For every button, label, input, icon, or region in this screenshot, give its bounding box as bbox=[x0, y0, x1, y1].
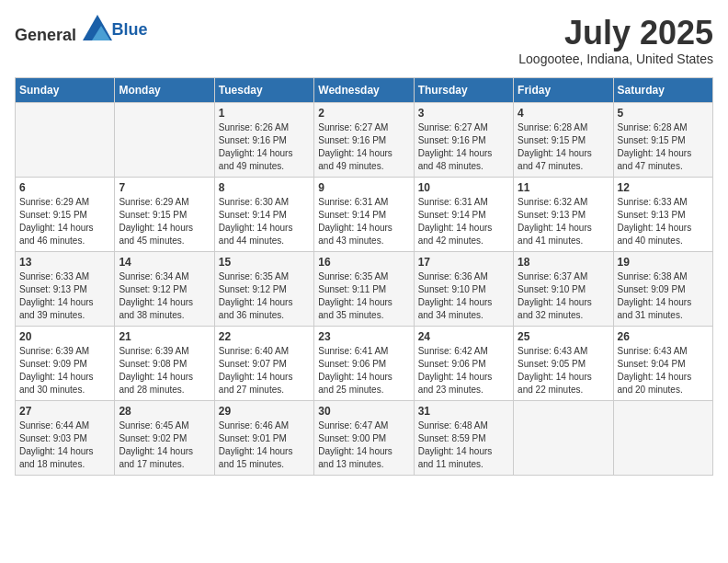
calendar-cell: 18Sunrise: 6:37 AM Sunset: 9:10 PM Dayli… bbox=[514, 251, 613, 326]
calendar-cell: 24Sunrise: 6:42 AM Sunset: 9:06 PM Dayli… bbox=[414, 326, 513, 400]
day-number: 21 bbox=[119, 330, 210, 343]
calendar-body: 1Sunrise: 6:26 AM Sunset: 9:16 PM Daylig… bbox=[16, 102, 713, 475]
day-number: 31 bbox=[418, 405, 509, 418]
calendar-cell: 16Sunrise: 6:35 AM Sunset: 9:11 PM Dayli… bbox=[314, 251, 414, 326]
day-number: 10 bbox=[418, 181, 509, 194]
calendar-cell: 10Sunrise: 6:31 AM Sunset: 9:14 PM Dayli… bbox=[414, 177, 513, 251]
calendar-cell: 2Sunrise: 6:27 AM Sunset: 9:16 PM Daylig… bbox=[314, 102, 414, 177]
weekday-header: Saturday bbox=[613, 77, 712, 102]
day-number: 13 bbox=[19, 256, 110, 269]
day-number: 23 bbox=[318, 330, 409, 343]
day-detail: Sunrise: 6:29 AM Sunset: 9:15 PM Dayligh… bbox=[19, 196, 110, 247]
day-number: 22 bbox=[219, 330, 310, 343]
day-detail: Sunrise: 6:30 AM Sunset: 9:14 PM Dayligh… bbox=[219, 196, 310, 247]
calendar-header-row: SundayMondayTuesdayWednesdayThursdayFrid… bbox=[16, 77, 713, 102]
day-detail: Sunrise: 6:43 AM Sunset: 9:04 PM Dayligh… bbox=[618, 345, 709, 396]
calendar-cell bbox=[514, 400, 613, 475]
day-detail: Sunrise: 6:44 AM Sunset: 9:03 PM Dayligh… bbox=[19, 419, 110, 471]
calendar-cell: 28Sunrise: 6:45 AM Sunset: 9:02 PM Dayli… bbox=[115, 400, 214, 475]
day-detail: Sunrise: 6:46 AM Sunset: 9:01 PM Dayligh… bbox=[219, 419, 310, 471]
calendar-cell: 4Sunrise: 6:28 AM Sunset: 9:15 PM Daylig… bbox=[514, 102, 613, 177]
calendar-cell: 17Sunrise: 6:36 AM Sunset: 9:10 PM Dayli… bbox=[414, 251, 513, 326]
day-number: 25 bbox=[518, 330, 609, 343]
day-number: 9 bbox=[318, 181, 409, 194]
calendar-cell: 6Sunrise: 6:29 AM Sunset: 9:15 PM Daylig… bbox=[16, 177, 115, 251]
day-detail: Sunrise: 6:34 AM Sunset: 9:12 PM Dayligh… bbox=[119, 270, 210, 322]
day-detail: Sunrise: 6:32 AM Sunset: 9:13 PM Dayligh… bbox=[518, 196, 609, 247]
calendar-cell: 12Sunrise: 6:33 AM Sunset: 9:13 PM Dayli… bbox=[613, 177, 712, 251]
calendar-cell: 9Sunrise: 6:31 AM Sunset: 9:14 PM Daylig… bbox=[314, 177, 414, 251]
day-number: 29 bbox=[219, 405, 310, 418]
calendar-cell: 5Sunrise: 6:28 AM Sunset: 9:15 PM Daylig… bbox=[613, 102, 712, 177]
day-detail: Sunrise: 6:45 AM Sunset: 9:02 PM Dayligh… bbox=[119, 419, 210, 471]
logo-blue: Blue bbox=[112, 20, 148, 39]
calendar-cell: 29Sunrise: 6:46 AM Sunset: 9:01 PM Dayli… bbox=[214, 400, 313, 475]
day-number: 30 bbox=[318, 405, 409, 418]
calendar-week-row: 1Sunrise: 6:26 AM Sunset: 9:16 PM Daylig… bbox=[16, 102, 713, 177]
calendar-cell: 14Sunrise: 6:34 AM Sunset: 9:12 PM Dayli… bbox=[115, 251, 214, 326]
day-number: 3 bbox=[418, 107, 509, 120]
day-number: 16 bbox=[318, 256, 409, 269]
weekday-header: Sunday bbox=[16, 77, 115, 102]
calendar-cell: 11Sunrise: 6:32 AM Sunset: 9:13 PM Dayli… bbox=[514, 177, 613, 251]
day-detail: Sunrise: 6:35 AM Sunset: 9:11 PM Dayligh… bbox=[318, 270, 409, 322]
day-number: 27 bbox=[19, 405, 110, 418]
calendar-cell: 25Sunrise: 6:43 AM Sunset: 9:05 PM Dayli… bbox=[514, 326, 613, 400]
day-number: 20 bbox=[19, 330, 110, 343]
logo-general: General bbox=[15, 26, 76, 44]
day-detail: Sunrise: 6:31 AM Sunset: 9:14 PM Dayligh… bbox=[418, 196, 509, 247]
day-number: 8 bbox=[219, 181, 310, 194]
day-number: 2 bbox=[318, 107, 409, 120]
day-number: 12 bbox=[618, 181, 709, 194]
calendar-cell: 1Sunrise: 6:26 AM Sunset: 9:16 PM Daylig… bbox=[214, 102, 313, 177]
calendar-cell: 3Sunrise: 6:27 AM Sunset: 9:16 PM Daylig… bbox=[414, 102, 513, 177]
day-detail: Sunrise: 6:26 AM Sunset: 9:16 PM Dayligh… bbox=[219, 121, 310, 173]
day-detail: Sunrise: 6:27 AM Sunset: 9:16 PM Dayligh… bbox=[318, 121, 409, 173]
day-number: 14 bbox=[119, 256, 210, 269]
day-detail: Sunrise: 6:27 AM Sunset: 9:16 PM Dayligh… bbox=[418, 121, 509, 173]
weekday-header: Wednesday bbox=[314, 77, 414, 102]
day-detail: Sunrise: 6:47 AM Sunset: 9:00 PM Dayligh… bbox=[318, 419, 409, 471]
logo-icon bbox=[83, 15, 112, 40]
calendar-cell: 7Sunrise: 6:29 AM Sunset: 9:15 PM Daylig… bbox=[115, 177, 214, 251]
day-number: 5 bbox=[618, 107, 709, 120]
calendar-week-row: 27Sunrise: 6:44 AM Sunset: 9:03 PM Dayli… bbox=[16, 400, 713, 475]
calendar-cell: 8Sunrise: 6:30 AM Sunset: 9:14 PM Daylig… bbox=[214, 177, 313, 251]
day-detail: Sunrise: 6:38 AM Sunset: 9:09 PM Dayligh… bbox=[618, 270, 709, 322]
day-detail: Sunrise: 6:39 AM Sunset: 9:09 PM Dayligh… bbox=[19, 345, 110, 396]
page-header: General Blue July 2025 Loogootee, Indian… bbox=[15, 15, 713, 66]
day-number: 26 bbox=[618, 330, 709, 343]
calendar-cell: 20Sunrise: 6:39 AM Sunset: 9:09 PM Dayli… bbox=[16, 326, 115, 400]
day-detail: Sunrise: 6:35 AM Sunset: 9:12 PM Dayligh… bbox=[219, 270, 310, 322]
calendar-cell: 19Sunrise: 6:38 AM Sunset: 9:09 PM Dayli… bbox=[613, 251, 712, 326]
calendar-cell: 26Sunrise: 6:43 AM Sunset: 9:04 PM Dayli… bbox=[613, 326, 712, 400]
day-detail: Sunrise: 6:29 AM Sunset: 9:15 PM Dayligh… bbox=[119, 196, 210, 247]
weekday-header: Monday bbox=[115, 77, 214, 102]
day-number: 6 bbox=[19, 181, 110, 194]
calendar-table: SundayMondayTuesdayWednesdayThursdayFrid… bbox=[15, 77, 713, 476]
calendar-week-row: 6Sunrise: 6:29 AM Sunset: 9:15 PM Daylig… bbox=[16, 177, 713, 251]
day-number: 11 bbox=[518, 181, 609, 194]
calendar-week-row: 13Sunrise: 6:33 AM Sunset: 9:13 PM Dayli… bbox=[16, 251, 713, 326]
day-number: 4 bbox=[518, 107, 609, 120]
calendar-cell: 15Sunrise: 6:35 AM Sunset: 9:12 PM Dayli… bbox=[214, 251, 313, 326]
day-detail: Sunrise: 6:28 AM Sunset: 9:15 PM Dayligh… bbox=[618, 121, 709, 173]
weekday-header: Thursday bbox=[414, 77, 513, 102]
day-detail: Sunrise: 6:36 AM Sunset: 9:10 PM Dayligh… bbox=[418, 270, 509, 322]
main-title: July 2025 bbox=[518, 15, 713, 52]
day-detail: Sunrise: 6:43 AM Sunset: 9:05 PM Dayligh… bbox=[518, 345, 609, 396]
calendar-cell: 23Sunrise: 6:41 AM Sunset: 9:06 PM Dayli… bbox=[314, 326, 414, 400]
day-detail: Sunrise: 6:42 AM Sunset: 9:06 PM Dayligh… bbox=[418, 345, 509, 396]
calendar-cell: 21Sunrise: 6:39 AM Sunset: 9:08 PM Dayli… bbox=[115, 326, 214, 400]
calendar-cell bbox=[115, 102, 214, 177]
calendar-cell bbox=[613, 400, 712, 475]
day-number: 15 bbox=[219, 256, 310, 269]
day-number: 1 bbox=[219, 107, 310, 120]
logo: General Blue bbox=[15, 15, 148, 45]
day-detail: Sunrise: 6:28 AM Sunset: 9:15 PM Dayligh… bbox=[518, 121, 609, 173]
day-number: 7 bbox=[119, 181, 210, 194]
title-block: July 2025 Loogootee, Indiana, United Sta… bbox=[518, 15, 713, 66]
calendar-cell: 13Sunrise: 6:33 AM Sunset: 9:13 PM Dayli… bbox=[16, 251, 115, 326]
calendar-cell bbox=[16, 102, 115, 177]
day-number: 17 bbox=[418, 256, 509, 269]
